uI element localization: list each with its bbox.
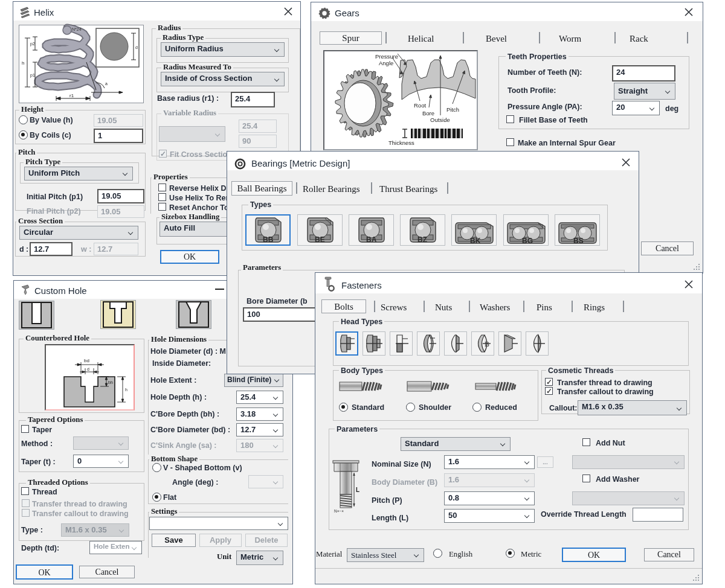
svg-text:Angle: Angle bbox=[379, 60, 393, 66]
svg-text:BE: BE bbox=[315, 235, 325, 244]
svg-text:Root: Root bbox=[414, 102, 426, 109]
svg-text:Pressure: Pressure bbox=[375, 53, 398, 60]
svg-text:BG: BG bbox=[522, 237, 533, 245]
svg-text:BK: BK bbox=[470, 237, 481, 245]
svg-text:p1: p1 bbox=[30, 73, 35, 78]
svg-text:p2: p2 bbox=[30, 42, 35, 46]
svg-text:Pitch: Pitch bbox=[446, 106, 459, 113]
svg-text:L: L bbox=[356, 487, 359, 493]
svg-text:BB: BB bbox=[263, 235, 274, 244]
svg-text:BS: BS bbox=[573, 237, 584, 245]
svg-text:N*24: N*24 bbox=[72, 27, 82, 31]
svg-text:Outside: Outside bbox=[430, 117, 450, 123]
svg-text:h: h bbox=[125, 388, 127, 392]
svg-text:r1: r1 bbox=[69, 93, 74, 98]
svg-text:B: B bbox=[485, 340, 489, 348]
svg-text:d: d bbox=[87, 367, 89, 371]
svg-text:a: a bbox=[105, 81, 108, 86]
svg-text:BZ: BZ bbox=[417, 235, 427, 244]
svg-text:h: h bbox=[22, 60, 24, 66]
svg-text:d: d bbox=[135, 45, 138, 50]
svg-text:N×−×: N×−× bbox=[334, 509, 344, 513]
svg-text:BA: BA bbox=[366, 235, 377, 244]
svg-text:Thickness: Thickness bbox=[388, 139, 414, 146]
svg-text:Bore: Bore bbox=[422, 110, 434, 117]
svg-text:bh: bh bbox=[108, 380, 113, 385]
svg-text:bd: bd bbox=[84, 358, 89, 363]
